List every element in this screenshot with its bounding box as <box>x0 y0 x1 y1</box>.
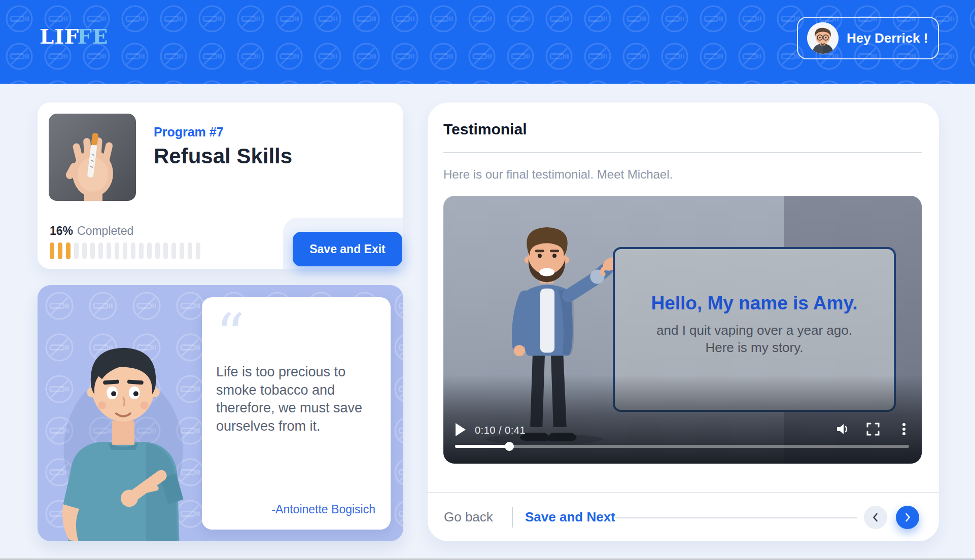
progress-tick <box>50 242 54 259</box>
chevron-left-icon <box>869 511 882 523</box>
progress-tick <box>66 242 71 259</box>
progress-tick <box>171 242 176 259</box>
footer-line <box>615 517 857 518</box>
title-divider <box>443 152 922 153</box>
page: LIFFE Hey <box>0 0 975 560</box>
program-title: Refusal Skills <box>154 144 292 168</box>
app-header: LIFFE Hey <box>0 0 975 84</box>
testimonial-panel: Testimonial Here is our final testimonia… <box>428 102 939 541</box>
program-label: Program #7 <box>154 125 224 139</box>
progress-percent-text: Completed <box>77 224 133 237</box>
video-time: 0:10 / 0:41 <box>475 425 526 436</box>
next-step-button[interactable] <box>896 506 919 529</box>
speech-body: and I quit vaping over a year ago. Here … <box>615 322 894 357</box>
pointing-man-illustration <box>47 322 200 541</box>
progress-tick <box>147 242 152 259</box>
progress-tick <box>123 242 127 259</box>
quote-card: “ Life is too precious to smoke tobacco … <box>38 285 403 541</box>
progress-percent: 16% <box>50 224 73 237</box>
progress-tick <box>74 242 79 259</box>
logo-text-primary: LIF <box>40 24 79 48</box>
video-bottom-gradient <box>443 375 922 464</box>
footer-divider <box>428 492 939 493</box>
video-seekbar[interactable] <box>455 445 909 448</box>
speech-body-line2: Here is my story. <box>615 339 894 357</box>
progress-tick <box>107 242 111 259</box>
quote-icon: “ <box>216 309 376 356</box>
program-thumbnail <box>49 114 136 201</box>
quote-inner-card: “ Life is too precious to smoke tobacco … <box>202 297 391 530</box>
progress-label: 16%Completed <box>50 224 133 238</box>
progress-tick <box>196 242 200 259</box>
video-player[interactable]: Hello, My name is Amy. and I quit vaping… <box>443 196 922 464</box>
progress-tick <box>82 242 87 259</box>
play-icon[interactable] <box>456 423 466 436</box>
volume-icon[interactable] <box>834 421 850 437</box>
save-and-exit-button[interactable]: Save and Exit <box>293 232 402 266</box>
quote-attribution: -Antoinette Bogisich <box>271 503 375 516</box>
hand-cigarette-image <box>49 114 136 201</box>
panel-subtitle: Here is our final testimonial. Meet Mich… <box>443 167 673 182</box>
greeting-text: Hey Derrick ! <box>847 30 928 46</box>
progress-tick <box>115 242 119 259</box>
kebab-icon[interactable] <box>896 421 912 437</box>
avatar-illustration <box>807 22 839 54</box>
progress-tick <box>58 242 62 259</box>
user-greeting-pill[interactable]: Hey Derrick ! <box>797 17 939 59</box>
progress-tick <box>90 242 95 259</box>
program-card: Program #7 Refusal Skills 16%Completed S… <box>38 102 403 269</box>
progress-tick <box>139 242 144 259</box>
save-and-next-button[interactable]: Save and Next <box>525 509 615 525</box>
panel-title: Testimonial <box>443 121 527 138</box>
app-logo[interactable]: LIFFE <box>40 26 108 47</box>
user-avatar <box>807 22 839 54</box>
speech-body-line1: and I quit vaping over a year ago. <box>615 322 894 339</box>
progress-tick <box>163 242 168 259</box>
progress-tick <box>155 242 160 259</box>
quote-text: Life is too precious to smoke tobacco an… <box>216 363 376 436</box>
progress-tick <box>180 242 184 259</box>
go-back-button[interactable]: Go back <box>444 509 493 525</box>
progress-ticks <box>50 242 200 259</box>
footer-pipe-divider <box>512 507 513 528</box>
fullscreen-icon[interactable] <box>865 421 881 437</box>
progress-tick <box>188 242 192 259</box>
previous-step-button[interactable] <box>864 506 887 529</box>
chevron-right-icon <box>901 511 914 523</box>
speech-headline: Hello, My name is Amy. <box>615 293 894 314</box>
progress-tick <box>131 242 135 259</box>
quote-character-illustration <box>47 322 200 541</box>
progress-tick <box>98 242 103 259</box>
logo-text-accent: FE <box>77 24 108 48</box>
seek-fill <box>455 445 509 448</box>
